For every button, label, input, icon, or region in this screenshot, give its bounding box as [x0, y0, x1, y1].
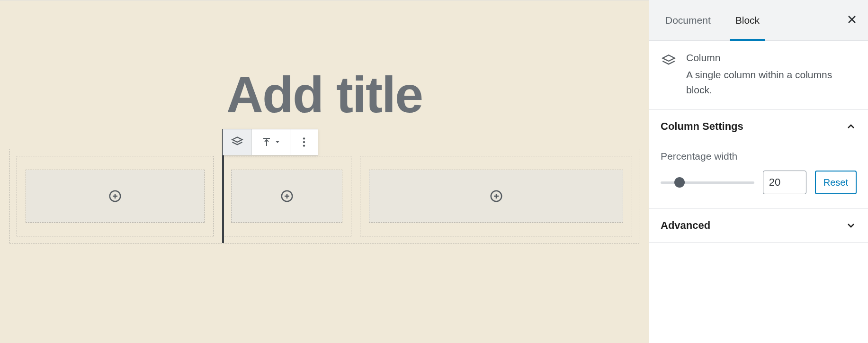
add-block-icon [489, 189, 503, 203]
add-block-icon [108, 189, 122, 203]
block-appender[interactable] [369, 170, 623, 223]
columns-block[interactable] [9, 149, 639, 244]
column-block[interactable] [360, 156, 632, 236]
tab-document[interactable]: Document [653, 0, 723, 41]
block-type-button[interactable] [223, 129, 251, 155]
vertical-align-button[interactable] [251, 129, 290, 155]
close-sidebar-button[interactable] [846, 14, 858, 27]
sidebar-tabs: Document Block [649, 0, 868, 41]
chevron-up-icon [845, 121, 857, 132]
close-icon [846, 14, 858, 25]
percentage-width-slider[interactable] [661, 181, 754, 184]
percentage-width-input[interactable] [763, 171, 806, 194]
post-title-input[interactable]: Add title [0, 69, 649, 120]
block-appender[interactable] [231, 170, 342, 223]
column-icon [231, 135, 244, 149]
svg-point-6 [303, 141, 305, 143]
editor-canvas: Add title [0, 0, 649, 343]
tab-block[interactable]: Block [723, 0, 772, 41]
block-toolbar [223, 129, 318, 155]
block-description-text: A single column within a columns block. [686, 67, 857, 97]
svg-point-5 [303, 137, 305, 139]
add-block-icon [280, 189, 294, 203]
panel-title: Advanced [661, 219, 710, 232]
svg-point-7 [303, 144, 305, 146]
dropdown-caret-icon [275, 139, 280, 145]
column-block-selected[interactable] [222, 156, 351, 236]
panel-title: Column Settings [661, 120, 743, 133]
block-description: Column A single column within a columns … [649, 41, 868, 110]
block-appender[interactable] [26, 170, 205, 223]
column-icon [661, 53, 677, 97]
slider-thumb[interactable] [674, 177, 685, 188]
column-block[interactable] [17, 156, 214, 236]
panel-column-settings-toggle[interactable]: Column Settings [649, 110, 868, 143]
percentage-width-label: Percentage width [661, 151, 857, 162]
align-top-icon [261, 136, 272, 148]
panel-advanced-toggle[interactable]: Advanced [649, 209, 868, 243]
panel-column-settings-body: Percentage width Reset [649, 143, 868, 208]
reset-button[interactable]: Reset [815, 171, 857, 194]
chevron-down-icon [845, 220, 857, 231]
more-options-button[interactable] [290, 129, 318, 155]
more-vertical-icon [298, 136, 310, 148]
block-name: Column [686, 52, 857, 63]
settings-sidebar: Document Block Column A single column wi… [649, 0, 868, 343]
